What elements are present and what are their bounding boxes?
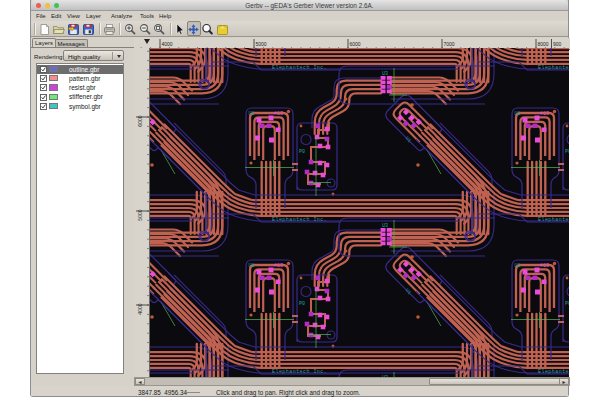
- svg-text:7000: 7000: [444, 41, 455, 47]
- svg-text:8000: 8000: [538, 41, 549, 47]
- svg-text:900: 900: [553, 41, 562, 47]
- svg-text:5000: 5000: [256, 41, 267, 47]
- svg-text:6000: 6000: [137, 115, 143, 126]
- svg-text:4000: 4000: [137, 303, 143, 314]
- svg-text:6000: 6000: [350, 41, 361, 47]
- svg-text:5000: 5000: [137, 209, 143, 220]
- svg-text:4000: 4000: [162, 41, 173, 47]
